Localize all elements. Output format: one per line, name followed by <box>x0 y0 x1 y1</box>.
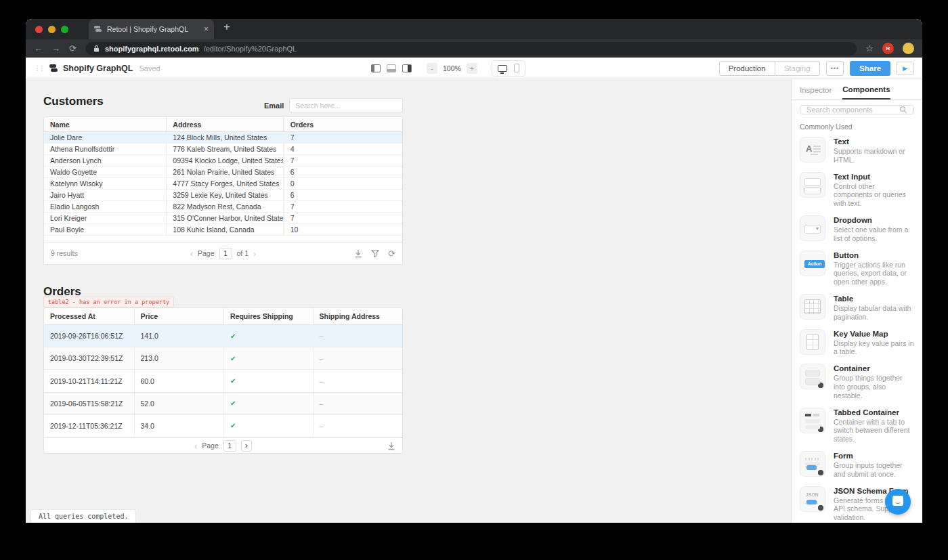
table-row[interactable]: 2019-10-21T14:11:21Z 60.0 ✔ – <box>44 370 402 392</box>
column-header[interactable]: Orders <box>284 117 402 131</box>
page-number-input[interactable]: 1 <box>219 248 232 259</box>
table-row[interactable]: 2019-03-30T22:39:51Z 213.0 ✔ – <box>44 347 402 370</box>
zoom-controls: - 100% + <box>427 63 477 74</box>
component-list-item[interactable]: Tabbed Container Container with a tab to… <box>800 408 914 444</box>
reload-icon[interactable]: ⟳ <box>69 44 77 53</box>
filter-icon[interactable] <box>371 249 379 257</box>
toggle-bottom-panel-icon[interactable] <box>387 64 396 72</box>
component-list-item[interactable]: Text Input Control other components or q… <box>800 172 914 208</box>
cell-shipping-address: – <box>314 347 403 369</box>
cell-orders: 7 <box>284 132 402 143</box>
component-description: Trigger actions like run queries, export… <box>834 261 914 286</box>
component-list-item[interactable]: Button Trigger actions like run queries,… <box>800 251 914 286</box>
table-row[interactable]: 2019-12-11T05:36:21Z 34.0 ✔ – <box>44 415 402 437</box>
component-search-input[interactable]: Search components <box>800 105 914 114</box>
component-list-item[interactable]: Dropdown Select one value from a list of… <box>800 215 914 243</box>
staging-button[interactable]: Staging <box>775 61 820 76</box>
customers-table-body: Jolie Dare 124 Block Mills, United State… <box>44 132 402 236</box>
production-button[interactable]: Production <box>719 61 775 76</box>
cell-orders: 7 <box>284 155 402 166</box>
cell-shipping-address: – <box>314 415 403 437</box>
back-icon[interactable]: ← <box>34 44 43 53</box>
minimize-window-button[interactable] <box>48 26 56 33</box>
close-tab-icon[interactable]: × <box>204 24 209 34</box>
table-row[interactable]: Paul Boyle 108 Kuhic Island, Canada 10 <box>44 224 402 236</box>
menu-dots-icon[interactable]: ⋮⋮ <box>34 64 43 72</box>
address-bar[interactable]: shopifygraphql.retool.com/editor/Shopify… <box>85 42 857 56</box>
table-row[interactable]: Katelynn Wisoky 4777 Stacy Forges, Unite… <box>44 178 402 190</box>
toggle-left-panel-icon[interactable] <box>371 64 381 72</box>
account-avatar[interactable] <box>903 43 914 54</box>
column-header[interactable]: Processed At <box>44 308 135 324</box>
error-badge[interactable]: table2 - has an error in a property <box>43 297 174 307</box>
zoom-in-button[interactable]: + <box>467 63 477 74</box>
tab-components[interactable]: Components <box>842 85 890 100</box>
cell-name: Athena Runolfsdottir <box>44 144 167 154</box>
desktop-view-icon[interactable] <box>498 65 507 72</box>
table-row[interactable]: Anderson Lynch 09394 Klocko Lodge, Unite… <box>44 155 402 167</box>
browser-tab[interactable]: Retool | Shopify GraphQL × <box>89 19 214 39</box>
lock-icon <box>93 45 100 53</box>
download-icon[interactable] <box>354 249 362 258</box>
cell-orders: 4 <box>284 144 402 154</box>
column-header[interactable]: Shipping Address <box>314 308 403 324</box>
download-icon[interactable] <box>387 441 395 450</box>
chat-widget-button[interactable] <box>885 489 911 515</box>
zoom-out-button[interactable]: - <box>427 63 437 74</box>
component-list-item[interactable]: Container Group things together into gro… <box>800 364 914 400</box>
component-name: Button <box>834 251 914 259</box>
component-list-item[interactable]: Key Value Map Display key value pairs in… <box>800 329 914 357</box>
next-page-icon[interactable]: › <box>241 440 252 452</box>
tab-inspector[interactable]: Inspector <box>800 86 832 99</box>
preview-play-button[interactable]: ▶ <box>896 62 914 75</box>
table-row[interactable]: Lori Kreiger 315 O'Conner Harbor, United… <box>44 213 402 224</box>
retool-favicon-icon <box>94 26 102 33</box>
close-window-button[interactable] <box>35 26 43 33</box>
bookmark-star-icon[interactable]: ☆ <box>865 43 874 53</box>
cell-processed-at: 2019-12-11T05:36:21Z <box>44 415 135 437</box>
window-controls <box>26 19 77 39</box>
table-row[interactable]: Waldo Goyette 261 Nolan Prairie, United … <box>44 167 402 178</box>
prev-page-icon[interactable]: ‹ <box>194 441 197 450</box>
refresh-icon[interactable]: ⟳ <box>388 249 395 258</box>
share-button[interactable]: Share <box>850 61 890 76</box>
more-options-button[interactable]: ••• <box>826 61 844 76</box>
column-header[interactable]: Requires Shipping <box>224 308 314 324</box>
table-row[interactable]: Eladio Langosh 822 Madyson Rest, Canada … <box>44 201 402 213</box>
new-tab-button[interactable]: + <box>214 20 230 38</box>
url-path: /editor/Shopify%20GraphQL <box>204 45 297 53</box>
forward-icon[interactable]: → <box>51 44 60 53</box>
url-host: shopifygraphql.retool.com <box>105 45 199 53</box>
cell-name: Jolie Dare <box>44 132 167 143</box>
orders-table: Processed At Price Requires Shipping Shi… <box>43 307 403 454</box>
panel-tabs: Inspector Components <box>792 79 922 100</box>
results-count: 9 results <box>51 249 78 257</box>
retool-logo-icon[interactable] <box>49 64 58 72</box>
table-row[interactable]: 2019-06-05T15:58:21Z 52.0 ✔ – <box>44 393 402 415</box>
cell-price: 52.0 <box>135 393 225 414</box>
column-header[interactable]: Price <box>135 308 225 324</box>
component-list-item[interactable]: Form Group inputs together and submit at… <box>800 451 914 479</box>
maximize-window-button[interactable] <box>61 26 68 33</box>
cell-price: 34.0 <box>135 415 225 437</box>
prev-page-icon[interactable]: ‹ <box>190 249 193 258</box>
table-row[interactable]: Jairo Hyatt 3259 Lexie Key, United State… <box>44 190 402 201</box>
email-search-input[interactable]: Search here... <box>289 98 403 112</box>
page-number-input[interactable]: 1 <box>223 440 236 452</box>
next-page-icon[interactable]: › <box>253 249 256 258</box>
cell-orders: 7 <box>284 201 402 212</box>
table-row[interactable]: 2019-09-26T16:06:51Z 141.0 ✔ – <box>44 325 402 347</box>
table-row[interactable]: Athena Runolfsdottir 776 Kaleb Stream, U… <box>44 144 402 155</box>
profile-avatar[interactable]: R <box>882 43 894 54</box>
cell-shipping-address: – <box>314 325 403 347</box>
column-header[interactable]: Address <box>167 117 283 131</box>
component-list-item[interactable]: Text Supports markdown or HTML. <box>800 137 914 165</box>
mobile-view-icon[interactable] <box>514 64 519 72</box>
table-row[interactable]: Jolie Dare 124 Block Mills, United State… <box>44 132 402 144</box>
cell-address: 124 Block Mills, United States <box>167 132 283 143</box>
component-list-item[interactable]: Table Display tabular data with paginati… <box>800 294 914 322</box>
component-description: Supports markdown or HTML. <box>834 147 914 165</box>
cell-address: 822 Madyson Rest, Canada <box>167 201 283 212</box>
column-header[interactable]: Name <box>44 117 167 131</box>
toggle-right-panel-icon[interactable] <box>402 64 412 72</box>
